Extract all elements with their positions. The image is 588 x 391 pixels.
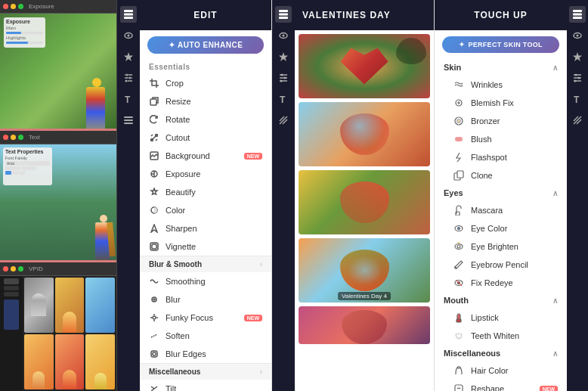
smoothing-item[interactable]: Smoothing — [140, 272, 271, 290]
teeth-whiten-item[interactable]: Teeth Whiten — [435, 327, 567, 345]
blur-item[interactable]: Blur — [140, 290, 271, 309]
tu-sidebar-eye-icon[interactable] — [569, 27, 586, 44]
maximize-dot-2[interactable] — [18, 135, 23, 140]
sharpen-label: Sharpen — [166, 224, 197, 233]
sidebar-stripes-icon[interactable] — [120, 112, 137, 129]
photo-grid-cell-1[interactable] — [24, 278, 54, 333]
sidebar-text-icon[interactable]: T — [120, 91, 137, 107]
funky-focus-new-badge: NEW — [244, 315, 262, 321]
blemish-fix-item[interactable]: Blemish Fix — [435, 94, 567, 112]
mascara-item[interactable]: Mascara — [435, 201, 567, 219]
background-item[interactable]: Background NEW — [140, 147, 271, 165]
mouth-section-header[interactable]: Mouth ∧ — [435, 292, 567, 309]
perfect-skin-button[interactable]: ✦ PERFECT SKIN TOOL — [442, 36, 559, 53]
blur-edges-icon — [149, 349, 159, 359]
essentials-header: Essentials — [140, 60, 271, 74]
blush-item[interactable]: Blush — [435, 130, 567, 148]
color-item[interactable]: Color — [140, 201, 271, 219]
val-sidebar-sliders-icon[interactable] — [275, 70, 292, 86]
rotate-item[interactable]: Rotate — [140, 110, 271, 129]
reshape-item[interactable]: Reshape NEW — [435, 380, 567, 391]
bronzer-item[interactable]: Bronzer — [435, 112, 567, 130]
clone-label: Clone — [471, 171, 493, 180]
auto-enhance-label: AUTO ENHANCE — [178, 41, 243, 49]
exposure-item[interactable]: Exposure — [140, 165, 271, 183]
valentines-item-3[interactable] — [299, 170, 430, 234]
val-sidebar-star-icon[interactable] — [275, 48, 292, 65]
svg-point-30 — [153, 316, 156, 319]
reshape-new-badge: NEW — [540, 386, 558, 392]
auto-enhance-button[interactable]: ✦ AUTO ENHANCE — [147, 36, 264, 54]
tu-sidebar-text-icon[interactable]: T — [569, 91, 586, 107]
clone-item[interactable]: Clone — [435, 166, 567, 185]
maximize-dot-3[interactable] — [18, 266, 23, 272]
valentines-item-5[interactable] — [299, 306, 430, 344]
maximize-dot[interactable] — [18, 4, 23, 9]
vignette-item[interactable]: Vignette — [140, 237, 271, 256]
flashspot-label: Flashspot — [471, 153, 507, 162]
photo-grid-cell-6[interactable] — [85, 334, 115, 389]
funky-focus-item[interactable]: Funky Focus NEW — [140, 309, 271, 327]
close-dot-3[interactable] — [3, 266, 8, 272]
minimize-dot-2[interactable] — [11, 135, 16, 140]
edit-scroll-area[interactable]: Essentials Crop Resize Rotate — [140, 60, 271, 391]
blemish-fix-label: Blemish Fix — [471, 98, 514, 107]
close-dot[interactable] — [3, 4, 8, 9]
svg-point-4 — [128, 35, 130, 37]
soften-item[interactable]: Soften — [140, 327, 271, 345]
tilt-item[interactable]: Tilt — [140, 380, 271, 391]
beautify-item[interactable]: Beautify — [140, 183, 271, 201]
touchup-scroll-area[interactable]: Skin ∧ Wrinkles Blemish Fix Bronzer — [435, 59, 567, 391]
valentines-item-1[interactable] — [299, 34, 430, 98]
blur-edges-item[interactable]: Blur Edges — [140, 345, 271, 363]
valentines-grid[interactable]: Valentines Day 4 — [295, 30, 434, 391]
crop-item[interactable]: Crop — [140, 74, 271, 92]
valentines-item-2[interactable] — [299, 102, 430, 166]
sidebar-eye-icon[interactable] — [120, 27, 137, 44]
photo-grid-cell-2[interactable] — [55, 278, 85, 333]
tu-sidebar-star-icon[interactable] — [569, 48, 586, 65]
val-sidebar-text-icon[interactable]: T — [275, 91, 292, 107]
tu-sidebar-sliders-icon[interactable] — [569, 70, 586, 86]
cutout-item[interactable]: Cutout — [140, 129, 271, 147]
perfect-skin-label: PERFECT SKIN TOOL — [468, 41, 542, 48]
eyebrow-pencil-item[interactable]: Eyebrow Pencil — [435, 256, 567, 274]
val-sidebar-eye-icon[interactable] — [275, 27, 292, 44]
thumbnail-text[interactable]: Text Text Properties Font Family Arial — [0, 131, 116, 262]
eye-color-item[interactable]: Eye Color — [435, 219, 567, 237]
minimize-dot[interactable] — [11, 4, 16, 9]
close-dot-2[interactable] — [3, 135, 8, 140]
edit-panel-container: T EDIT ✦ AUTO ENHANCE Essentials Crop — [117, 0, 272, 391]
valentines-item-4[interactable]: Valentines Day 4 — [299, 238, 430, 303]
sidebar-sliders-icon[interactable] — [120, 70, 137, 86]
flashspot-item[interactable]: Flashspot — [435, 148, 567, 166]
svg-rect-19 — [150, 99, 156, 105]
edit-left-sidebar: T — [117, 0, 140, 391]
skin-section-header[interactable]: Skin ∧ — [435, 59, 567, 76]
sidebar-star-icon[interactable] — [120, 48, 137, 65]
lipstick-item[interactable]: Lipstick — [435, 309, 567, 327]
resize-item[interactable]: Resize — [140, 92, 271, 110]
hair-color-item[interactable]: Hair Color — [435, 362, 567, 380]
val-sidebar-diagonal-icon[interactable] — [275, 112, 292, 129]
blur-label: Blur — [166, 295, 181, 304]
sharpen-item[interactable]: Sharpen — [140, 219, 271, 237]
photo-grid-cell-4[interactable] — [24, 334, 54, 389]
tu-sidebar-layers-icon[interactable] — [569, 6, 586, 23]
wrinkles-item[interactable]: Wrinkles — [435, 76, 567, 94]
val-sidebar-layers-icon[interactable] — [275, 6, 292, 23]
minimize-dot-3[interactable] — [11, 266, 16, 272]
misc-section-header[interactable]: Miscellaneous ∧ — [435, 345, 567, 362]
thumbnail-exposure[interactable]: Exposure Exposure Main Highlights — [0, 0, 116, 131]
eye-brighten-item[interactable]: Eye Brighten — [435, 237, 567, 256]
photo-grid-cell-5[interactable] — [55, 334, 85, 389]
thumbnail-grid[interactable]: VPID — [0, 262, 116, 391]
photo-grid-cell-3[interactable] — [85, 278, 115, 333]
tu-sidebar-diagonal-icon[interactable] — [569, 112, 586, 129]
fix-redeye-item[interactable]: Fix Redeye — [435, 274, 567, 292]
sidebar-layers-icon[interactable] — [120, 6, 137, 23]
color-icon — [149, 205, 159, 216]
eyes-section-header[interactable]: Eyes ∧ — [435, 185, 567, 201]
blush-label: Blush — [471, 135, 492, 144]
cutout-icon — [149, 132, 159, 143]
